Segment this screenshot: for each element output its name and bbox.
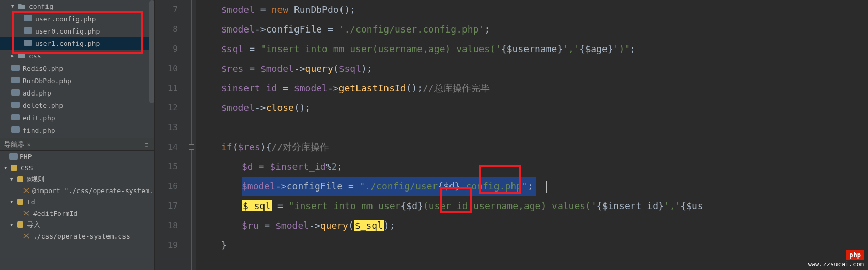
tag-icon	[23, 187, 30, 194]
svg-rect-3	[11, 65, 20, 71]
php-file-icon	[11, 65, 20, 72]
svg-rect-4	[11, 77, 20, 83]
php-icon	[9, 153, 18, 160]
tree-label: user0.config.php	[35, 27, 100, 35]
highlight-sql: $_sql	[242, 200, 272, 211]
line-number: 11	[155, 78, 187, 98]
svg-rect-1	[24, 27, 32, 34]
code-line-19: }	[196, 235, 868, 255]
highlight-sql: $_sql	[354, 220, 384, 231]
svg-rect-6	[11, 102, 20, 108]
tree-file-find[interactable]: find.php	[0, 124, 154, 136]
tree-folder-css[interactable]: ▶ css	[0, 50, 154, 62]
chevron-down-icon: ▼	[11, 4, 18, 9]
tree-file-rundbpdo[interactable]: RunDbPdo.php	[0, 74, 154, 87]
svg-rect-12	[17, 199, 23, 205]
code-line-11: $insert_id = $model->getLastInsId();//总库…	[196, 78, 868, 98]
nav-opsys[interactable]: ./css/operate-system.css	[0, 230, 154, 242]
nav-rule[interactable]: ▼ @规则	[0, 173, 154, 185]
code-line-9: $sql = "insert into mm_user(username,age…	[196, 39, 868, 59]
nav-label: @import "./css/operate-system.css	[32, 187, 154, 195]
tree-label: delete.php	[23, 102, 63, 109]
line-number: 9	[155, 39, 187, 59]
tree-file-userconfig[interactable]: user.config.php	[0, 12, 154, 25]
fold-minus-icon[interactable]: −	[189, 144, 194, 150]
php-badge: php	[846, 250, 864, 260]
line-number: 13	[155, 118, 187, 137]
tree-label: user1.config.php	[35, 40, 100, 47]
nav-import2[interactable]: ▼ 导入	[0, 219, 154, 230]
svg-rect-9	[9, 153, 18, 160]
code-line-14: if($res){//对分库操作	[196, 137, 868, 157]
line-number: 14	[155, 137, 187, 157]
line-number: 18	[155, 216, 187, 235]
close-icon[interactable]: ✕	[27, 141, 31, 148]
code-line-13	[196, 118, 868, 137]
navigator-body: PHP ▼ CSS ▼ @规则 @import "./css/operate-s…	[0, 151, 154, 270]
tree-label: user.config.php	[35, 15, 96, 23]
tag-icon	[23, 233, 31, 239]
php-file-icon	[24, 40, 32, 47]
nav-label: CSS	[21, 164, 33, 172]
navigator-title: 导航器	[4, 140, 24, 149]
tree-label: css	[29, 52, 41, 60]
line-number: 12	[155, 98, 187, 118]
code-line-16: $model->configFile = "./config/user{$d}.…	[196, 177, 868, 196]
nav-import[interactable]: @import "./css/operate-system.css	[0, 185, 154, 196]
tree-file-user0config[interactable]: user0.config.php	[0, 25, 154, 37]
nav-id[interactable]: ▼ Id	[0, 196, 154, 208]
tree-file-delete[interactable]: delete.php	[0, 99, 154, 112]
svg-rect-2	[24, 40, 32, 46]
tree-label: add.php	[23, 89, 51, 97]
code-line-15: $d = $insert_id%2;	[196, 157, 868, 177]
php-file-icon	[11, 126, 20, 134]
tree-label: edit.php	[23, 114, 55, 122]
nav-php[interactable]: PHP	[0, 151, 154, 162]
code-line-8: $model->configFile = './config/user.conf…	[196, 20, 868, 39]
tree-label: config	[29, 3, 53, 10]
css-icon	[10, 165, 19, 171]
text-cursor	[546, 181, 547, 193]
tree-file-user1config[interactable]: user1.config.php	[0, 37, 154, 50]
gutter: 7 8 9 10 11 12 13 14 15 16 17 18 19	[155, 0, 187, 270]
svg-rect-5	[11, 89, 20, 96]
svg-rect-10	[11, 165, 17, 171]
php-file-icon	[11, 89, 20, 97]
nav-label: @规则	[27, 174, 44, 184]
php-file-icon	[11, 102, 20, 109]
code-editor[interactable]: 7 8 9 10 11 12 13 14 15 16 17 18 19 − $m…	[155, 0, 868, 270]
code-line-10: $res = $model->query($sql);	[196, 59, 868, 78]
tree-file-edit[interactable]: edit.php	[0, 112, 154, 124]
svg-rect-0	[24, 15, 32, 21]
svg-rect-13	[17, 221, 23, 228]
line-number: 17	[155, 196, 187, 216]
chevron-down-icon: ▼	[10, 199, 17, 204]
tree-label: find.php	[23, 126, 55, 134]
line-number: 8	[155, 20, 187, 39]
fold-column: −	[187, 0, 196, 270]
nav-label: #editFormId	[33, 210, 78, 217]
chevron-right-icon: ▶	[11, 53, 18, 58]
line-number: 19	[155, 235, 187, 255]
nav-label: ./css/operate-system.css	[33, 232, 130, 240]
nav-editform[interactable]: #editFormId	[0, 208, 154, 219]
tree-folder-config[interactable]: ▼ config	[0, 0, 154, 12]
tree-file-redisq[interactable]: RedisQ.php	[0, 62, 154, 74]
tree-file-add[interactable]: add.php	[0, 87, 154, 99]
line-number: 15	[155, 157, 187, 177]
scrollbar[interactable]	[149, 0, 154, 103]
code-area[interactable]: $model = new RunDbPdo(); $model->configF…	[196, 0, 868, 270]
php-file-icon	[11, 77, 20, 84]
folder-icon	[18, 3, 26, 10]
code-line-12: $model->close();	[196, 98, 868, 118]
tag-icon	[23, 210, 31, 216]
panel-controls[interactable]: — ▢	[134, 141, 150, 148]
line-number: 16	[155, 177, 187, 196]
nav-label: PHP	[20, 153, 32, 161]
watermark-url: www.zzsucai.com	[808, 261, 864, 268]
chevron-down-icon: ▼	[10, 222, 17, 227]
code-line-17: $_sql = "insert into mm_user{$d}(user_id…	[196, 196, 868, 216]
chevron-down-icon: ▼	[10, 177, 17, 182]
nav-css[interactable]: ▼ CSS	[0, 162, 154, 173]
navigator-header: 导航器 ✕ — ▢	[0, 138, 154, 151]
